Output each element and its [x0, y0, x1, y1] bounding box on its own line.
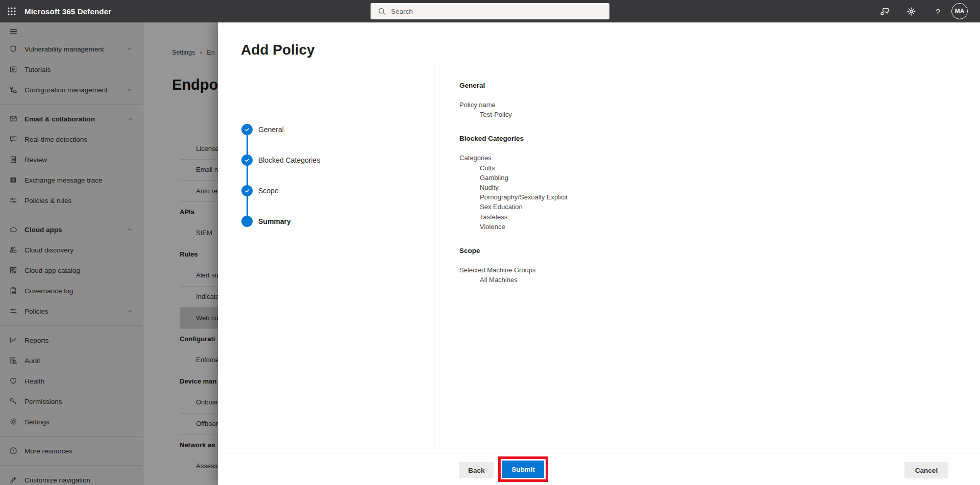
help-icon: ?: [933, 7, 943, 16]
flyout-header: Add Policy: [218, 22, 980, 62]
check-icon: [243, 157, 251, 164]
summary-field-value: Nudity: [459, 183, 980, 192]
feedback-icon: [880, 7, 890, 16]
wizard-step-connector: [247, 130, 248, 221]
search-input[interactable]: [391, 8, 585, 15]
check-icon: [243, 187, 251, 194]
summary-heading-blocked-categories: Blocked Categories: [459, 135, 980, 142]
settings-gear-button[interactable]: [901, 0, 921, 22]
app-launcher-button[interactable]: [0, 0, 23, 22]
wizard-step-label: Blocked Categories: [258, 156, 320, 164]
flyout-title: Add Policy: [241, 42, 315, 58]
wizard-step-label: General: [258, 125, 284, 134]
app-launcher-icon: [7, 6, 17, 16]
flyout-footer: Back Submit Cancel: [218, 453, 980, 485]
summary-field-value: Sex Education: [459, 202, 980, 212]
step-active-dot-icon: [241, 216, 253, 227]
summary-field-label: Selected Machine Groups: [459, 265, 980, 275]
global-search[interactable]: [371, 3, 609, 19]
add-policy-flyout: Add Policy GeneralBlocked CategoriesScop…: [218, 22, 980, 485]
summary-field-value: Pornography/Sexually Explicit: [459, 192, 980, 202]
feedback-button[interactable]: [875, 0, 894, 22]
wizard-steps: GeneralBlocked CategoriesScopeSummary: [218, 62, 434, 453]
modal-dim-overlay: [0, 22, 218, 485]
summary-field-value: All Machines: [459, 275, 980, 285]
search-icon: [378, 7, 386, 15]
top-app-bar: Microsoft 365 Defender ? MA: [0, 0, 980, 22]
step-completed-check-icon: [241, 124, 253, 135]
wizard-step-scope[interactable]: Scope: [241, 185, 279, 196]
wizard-step-label: Scope: [258, 187, 279, 195]
step-completed-check-icon: [241, 155, 253, 166]
summary-field-value: Test-Policy: [459, 110, 980, 119]
app-title: Microsoft 365 Defender: [24, 0, 111, 22]
wizard-step-general[interactable]: General: [241, 124, 284, 135]
summary-field-value: Tasteless: [459, 212, 980, 222]
summary-content: GeneralPolicy nameTest-PolicyBlocked Cat…: [459, 62, 980, 453]
svg-text:?: ?: [936, 7, 940, 15]
help-button[interactable]: ?: [928, 0, 947, 22]
annotation-highlight: Submit: [498, 456, 548, 482]
submit-button[interactable]: Submit: [502, 461, 544, 478]
summary-field-value: Gambling: [459, 173, 980, 183]
check-icon: [243, 126, 251, 133]
summary-field-label: Categories: [459, 153, 980, 163]
account-avatar[interactable]: MA: [951, 3, 968, 19]
wizard-step-blocked-categories[interactable]: Blocked Categories: [241, 155, 320, 166]
wizard-step-label: Summary: [258, 217, 291, 225]
wizard-step-summary[interactable]: Summary: [241, 216, 291, 227]
gear-icon: [906, 7, 916, 16]
back-button[interactable]: Back: [459, 462, 494, 478]
summary-field-value: Cults: [459, 163, 980, 173]
summary-heading-scope: Scope: [459, 247, 980, 254]
step-completed-check-icon: [241, 185, 253, 196]
cancel-button[interactable]: Cancel: [904, 462, 948, 478]
summary-heading-general: General: [459, 82, 980, 89]
search-icon: [378, 7, 386, 15]
summary-field-label: Policy name: [459, 100, 980, 110]
summary-field-value: Violence: [459, 222, 980, 232]
vertical-divider: [434, 62, 434, 453]
